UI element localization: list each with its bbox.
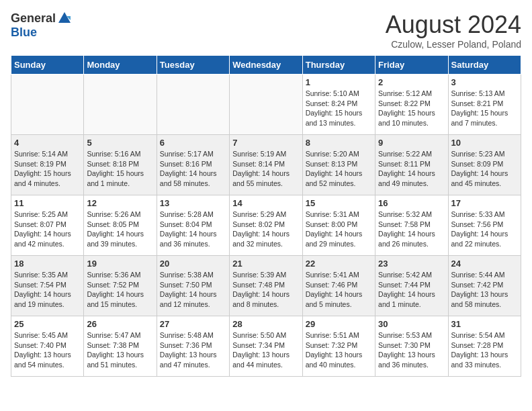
day-info: Sunrise: 5:29 AMSunset: 8:02 PMDaylight:… bbox=[232, 210, 299, 249]
day-number: 9 bbox=[378, 138, 445, 148]
day-info: Sunrise: 5:20 AMSunset: 8:13 PMDaylight:… bbox=[306, 149, 372, 189]
day-number: 29 bbox=[306, 319, 372, 329]
day-number: 7 bbox=[232, 138, 299, 148]
day-number: 8 bbox=[306, 138, 372, 148]
location: Czulow, Lesser Poland, Poland bbox=[386, 39, 521, 50]
logo-blue: Blue bbox=[11, 26, 37, 40]
logo-general: General bbox=[11, 11, 56, 26]
day-info: Sunrise: 5:41 AMSunset: 7:46 PMDaylight:… bbox=[306, 270, 372, 310]
day-info: Sunrise: 5:47 AMSunset: 7:38 PMDaylight:… bbox=[87, 330, 153, 370]
calendar-cell: 9Sunrise: 5:22 AMSunset: 8:11 PMDaylight… bbox=[375, 135, 448, 195]
day-info: Sunrise: 5:51 AMSunset: 7:32 PMDaylight:… bbox=[306, 330, 372, 370]
calendar-header-thursday: Thursday bbox=[302, 56, 375, 75]
calendar-header-tuesday: Tuesday bbox=[157, 56, 229, 75]
day-number: 23 bbox=[378, 259, 445, 269]
calendar-cell: 24Sunrise: 5:44 AMSunset: 7:42 PMDayligh… bbox=[448, 256, 521, 316]
day-info: Sunrise: 5:42 AMSunset: 7:44 PMDaylight:… bbox=[378, 270, 445, 310]
calendar-header-row: SundayMondayTuesdayWednesdayThursdayFrid… bbox=[11, 56, 521, 75]
calendar-week-row: 11Sunrise: 5:25 AMSunset: 8:07 PMDayligh… bbox=[11, 195, 521, 256]
calendar-cell: 15Sunrise: 5:31 AMSunset: 8:00 PMDayligh… bbox=[302, 195, 375, 256]
day-info: Sunrise: 5:22 AMSunset: 8:11 PMDaylight:… bbox=[378, 149, 445, 189]
title-section: August 2024 Czulow, Lesser Poland, Polan… bbox=[386, 11, 521, 50]
day-number: 3 bbox=[451, 77, 518, 87]
day-number: 12 bbox=[87, 198, 153, 208]
day-number: 24 bbox=[451, 259, 518, 269]
day-info: Sunrise: 5:14 AMSunset: 8:19 PMDaylight:… bbox=[14, 149, 81, 189]
calendar-cell: 12Sunrise: 5:26 AMSunset: 8:05 PMDayligh… bbox=[84, 195, 157, 256]
day-info: Sunrise: 5:36 AMSunset: 7:52 PMDaylight:… bbox=[87, 270, 153, 310]
day-info: Sunrise: 5:19 AMSunset: 8:14 PMDaylight:… bbox=[232, 149, 299, 189]
day-number: 25 bbox=[14, 319, 81, 329]
day-info: Sunrise: 5:39 AMSunset: 7:48 PMDaylight:… bbox=[232, 270, 299, 310]
day-number: 15 bbox=[306, 198, 372, 208]
day-number: 13 bbox=[160, 198, 226, 208]
calendar-cell: 20Sunrise: 5:38 AMSunset: 7:50 PMDayligh… bbox=[157, 256, 229, 316]
day-info: Sunrise: 5:13 AMSunset: 8:21 PMDaylight:… bbox=[451, 89, 518, 128]
day-number: 5 bbox=[87, 138, 153, 148]
calendar-cell: 3Sunrise: 5:13 AMSunset: 8:21 PMDaylight… bbox=[448, 75, 521, 135]
day-number: 20 bbox=[160, 259, 226, 269]
day-info: Sunrise: 5:54 AMSunset: 7:28 PMDaylight:… bbox=[451, 330, 518, 370]
day-number: 2 bbox=[378, 77, 445, 87]
calendar-week-row: 25Sunrise: 5:45 AMSunset: 7:40 PMDayligh… bbox=[11, 316, 521, 377]
calendar-header-monday: Monday bbox=[84, 56, 157, 75]
calendar-cell: 14Sunrise: 5:29 AMSunset: 8:02 PMDayligh… bbox=[230, 195, 302, 256]
day-number: 18 bbox=[14, 259, 81, 269]
day-number: 11 bbox=[14, 198, 81, 208]
calendar-cell: 27Sunrise: 5:48 AMSunset: 7:36 PMDayligh… bbox=[157, 316, 229, 377]
calendar-cell: 6Sunrise: 5:17 AMSunset: 8:16 PMDaylight… bbox=[157, 135, 229, 195]
calendar-week-row: 4Sunrise: 5:14 AMSunset: 8:19 PMDaylight… bbox=[11, 135, 521, 195]
day-info: Sunrise: 5:10 AMSunset: 8:24 PMDaylight:… bbox=[306, 89, 372, 128]
calendar-header-wednesday: Wednesday bbox=[230, 56, 302, 75]
calendar-cell: 4Sunrise: 5:14 AMSunset: 8:19 PMDaylight… bbox=[11, 135, 84, 195]
calendar-week-row: 18Sunrise: 5:35 AMSunset: 7:54 PMDayligh… bbox=[11, 256, 521, 316]
calendar: SundayMondayTuesdayWednesdayThursdayFrid… bbox=[11, 55, 521, 377]
calendar-cell: 16Sunrise: 5:32 AMSunset: 7:58 PMDayligh… bbox=[375, 195, 448, 256]
day-info: Sunrise: 5:25 AMSunset: 8:07 PMDaylight:… bbox=[14, 210, 81, 249]
calendar-cell: 5Sunrise: 5:16 AMSunset: 8:18 PMDaylight… bbox=[84, 135, 157, 195]
calendar-cell bbox=[157, 75, 229, 135]
calendar-cell: 26Sunrise: 5:47 AMSunset: 7:38 PMDayligh… bbox=[84, 316, 157, 377]
day-info: Sunrise: 5:35 AMSunset: 7:54 PMDaylight:… bbox=[14, 270, 81, 310]
day-info: Sunrise: 5:17 AMSunset: 8:16 PMDaylight:… bbox=[160, 149, 226, 189]
day-number: 19 bbox=[87, 259, 153, 269]
calendar-cell: 19Sunrise: 5:36 AMSunset: 7:52 PMDayligh… bbox=[84, 256, 157, 316]
calendar-header-friday: Friday bbox=[375, 56, 448, 75]
calendar-cell: 1Sunrise: 5:10 AMSunset: 8:24 PMDaylight… bbox=[302, 75, 375, 135]
day-info: Sunrise: 5:45 AMSunset: 7:40 PMDaylight:… bbox=[14, 330, 81, 370]
calendar-cell: 18Sunrise: 5:35 AMSunset: 7:54 PMDayligh… bbox=[11, 256, 84, 316]
day-number: 1 bbox=[306, 77, 372, 87]
calendar-cell: 10Sunrise: 5:23 AMSunset: 8:09 PMDayligh… bbox=[448, 135, 521, 195]
day-number: 6 bbox=[160, 138, 226, 148]
page-header: General Blue August 2024 Czulow, Lesser … bbox=[11, 11, 521, 50]
day-number: 22 bbox=[306, 259, 372, 269]
calendar-cell: 29Sunrise: 5:51 AMSunset: 7:32 PMDayligh… bbox=[302, 316, 375, 377]
month-title: August 2024 bbox=[386, 11, 521, 39]
day-info: Sunrise: 5:50 AMSunset: 7:34 PMDaylight:… bbox=[232, 330, 299, 370]
day-number: 27 bbox=[160, 319, 226, 329]
calendar-week-row: 1Sunrise: 5:10 AMSunset: 8:24 PMDaylight… bbox=[11, 75, 521, 135]
logo: General Blue bbox=[11, 11, 72, 40]
calendar-cell: 11Sunrise: 5:25 AMSunset: 8:07 PMDayligh… bbox=[11, 195, 84, 256]
day-info: Sunrise: 5:32 AMSunset: 7:58 PMDaylight:… bbox=[378, 210, 445, 249]
day-info: Sunrise: 5:38 AMSunset: 7:50 PMDaylight:… bbox=[160, 270, 226, 310]
day-info: Sunrise: 5:26 AMSunset: 8:05 PMDaylight:… bbox=[87, 210, 153, 249]
day-info: Sunrise: 5:48 AMSunset: 7:36 PMDaylight:… bbox=[160, 330, 226, 370]
calendar-cell: 22Sunrise: 5:41 AMSunset: 7:46 PMDayligh… bbox=[302, 256, 375, 316]
calendar-cell: 8Sunrise: 5:20 AMSunset: 8:13 PMDaylight… bbox=[302, 135, 375, 195]
day-number: 26 bbox=[87, 319, 153, 329]
calendar-cell: 23Sunrise: 5:42 AMSunset: 7:44 PMDayligh… bbox=[375, 256, 448, 316]
day-number: 21 bbox=[232, 259, 299, 269]
day-number: 16 bbox=[378, 198, 445, 208]
day-number: 14 bbox=[232, 198, 299, 208]
calendar-cell: 30Sunrise: 5:53 AMSunset: 7:30 PMDayligh… bbox=[375, 316, 448, 377]
calendar-cell: 25Sunrise: 5:45 AMSunset: 7:40 PMDayligh… bbox=[11, 316, 84, 377]
calendar-header-sunday: Sunday bbox=[11, 56, 84, 75]
calendar-header-saturday: Saturday bbox=[448, 56, 521, 75]
calendar-cell: 28Sunrise: 5:50 AMSunset: 7:34 PMDayligh… bbox=[230, 316, 302, 377]
day-info: Sunrise: 5:16 AMSunset: 8:18 PMDaylight:… bbox=[87, 149, 153, 189]
day-number: 4 bbox=[14, 138, 81, 148]
day-number: 31 bbox=[451, 319, 518, 329]
day-info: Sunrise: 5:33 AMSunset: 7:56 PMDaylight:… bbox=[451, 210, 518, 249]
calendar-cell: 17Sunrise: 5:33 AMSunset: 7:56 PMDayligh… bbox=[448, 195, 521, 256]
